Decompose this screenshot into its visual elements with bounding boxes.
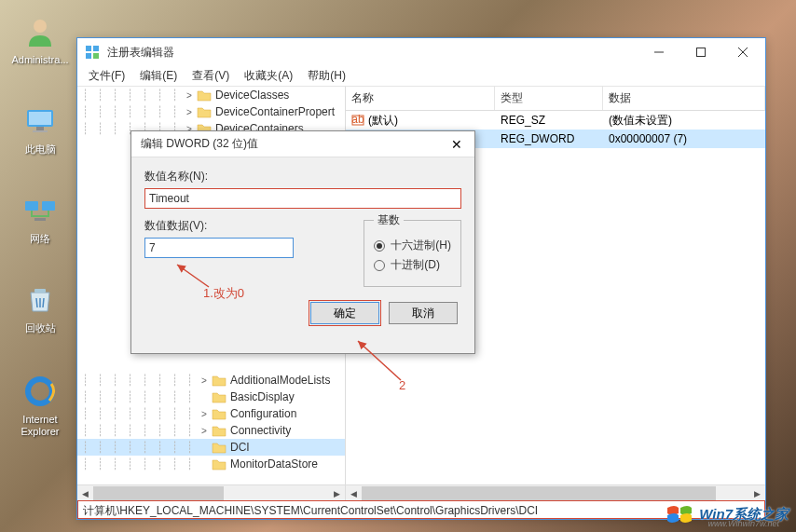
tree-node[interactable]: ┊┊┊┊┊┊┊┊ MonitorDataStore [77, 456, 345, 472]
tree-node[interactable]: ┊┊┊┊┊┊┊>DeviceClasses [77, 87, 345, 103]
desktop-icon-recycle[interactable]: 回收站 [7, 281, 73, 334]
svg-rect-11 [93, 46, 99, 51]
svg-rect-15 [696, 48, 705, 57]
tree-label: DeviceClasses [215, 89, 289, 102]
value-name-input[interactable] [144, 188, 461, 209]
svg-rect-8 [34, 289, 46, 293]
tree-node[interactable]: ┊┊┊┊┊┊┊>DeviceContainerPropert [77, 103, 345, 120]
tree-label: BasicDisplay [230, 390, 295, 403]
network-icon [21, 192, 59, 229]
svg-rect-3 [36, 127, 44, 130]
close-button[interactable] [721, 39, 763, 65]
window-title: 注册表编辑器 [107, 45, 638, 61]
desktop-icon-network[interactable]: 网络 [7, 192, 73, 245]
svg-rect-4 [33, 130, 48, 132]
tree-node[interactable]: ┊┊┊┊┊┊┊┊>Connectivity [77, 422, 345, 439]
list-row[interactable]: ab(默认)REG_SZ(数值未设置) [346, 111, 765, 130]
tree-node[interactable]: ┊┊┊┊┊┊┊┊ BasicDisplay [77, 389, 345, 405]
value-data-label: 数值数据(V): [144, 218, 345, 234]
value-data: 0x00000007 (7) [603, 130, 765, 147]
value-data: (数值未设置) [603, 111, 765, 130]
svg-rect-5 [25, 201, 38, 211]
watermark-url: www.Winwin7w.net [708, 519, 779, 528]
minimize-button[interactable] [638, 39, 679, 65]
col-data[interactable]: 数据 [603, 87, 765, 110]
radix-label: 基数 [374, 212, 404, 228]
list-header: 名称 类型 数据 [346, 87, 765, 111]
window-controls [638, 39, 763, 65]
tree-node[interactable]: ┊┊┊┊┊┊┊┊>AdditionalModeLists [77, 372, 345, 389]
expand-icon[interactable]: > [197, 375, 212, 386]
value-icon: ab [351, 114, 364, 127]
tree-scrollbar-h[interactable]: ◀ ▶ [77, 484, 345, 500]
scroll-right-icon[interactable]: ▶ [749, 486, 765, 500]
user-icon [21, 13, 59, 50]
tree-node[interactable]: ┊┊┊┊┊┊┊┊>Configuration [77, 405, 345, 422]
menu-help[interactable]: 帮助(H) [300, 66, 353, 86]
dialog-titlebar[interactable]: 编辑 DWORD (32 位)值 ✕ [131, 131, 474, 157]
tree-label: Configuration [230, 407, 296, 420]
menu-file[interactable]: 文件(F) [81, 66, 132, 86]
ie-icon [21, 373, 59, 410]
radio-on-icon [374, 240, 385, 252]
cancel-button[interactable]: 取消 [389, 302, 458, 324]
expand-icon[interactable]: > [182, 107, 197, 117]
tree-label: MonitorDataStore [230, 457, 318, 471]
tree-label: DeviceContainerPropert [215, 105, 335, 118]
svg-rect-12 [86, 53, 91, 59]
radix-group: 基数 十六进制(H) 十进制(D) [364, 212, 461, 287]
tree-node[interactable]: ┊┊┊┊┊┊┊┊ DCI [77, 439, 345, 456]
radix-hex[interactable]: 十六进制(H) [374, 238, 451, 253]
expand-icon[interactable]: > [182, 90, 197, 101]
tree-scroll-thumb[interactable] [93, 486, 224, 500]
expand-icon[interactable] [197, 392, 212, 402]
value-type: REG_DWORD [495, 130, 603, 147]
desktop-icon-computer[interactable]: 此电脑 [7, 102, 73, 156]
titlebar[interactable]: 注册表编辑器 [77, 38, 765, 66]
svg-rect-2 [29, 112, 51, 125]
col-type[interactable]: 类型 [495, 87, 603, 110]
ok-button[interactable]: 确定 [310, 302, 379, 324]
edit-dword-dialog: 编辑 DWORD (32 位)值 ✕ 数值名称(N): 数值数据(V): 基数 … [130, 130, 475, 354]
svg-rect-6 [42, 201, 55, 211]
computer-icon [21, 102, 59, 140]
menu-edit[interactable]: 编辑(E) [132, 66, 185, 86]
watermark: Win7系统之家 www.Winwin7w.net [666, 502, 789, 526]
col-name[interactable]: 名称 [346, 87, 495, 110]
menu-favorites[interactable]: 收藏夹(A) [237, 66, 300, 86]
recycle-bin-icon [21, 281, 59, 319]
expand-icon[interactable] [197, 443, 212, 453]
tree-label: DCI [230, 441, 250, 454]
list-scroll-thumb[interactable] [362, 486, 716, 500]
radix-dec[interactable]: 十进制(D) [374, 257, 451, 273]
svg-point-0 [34, 20, 47, 33]
regedit-icon [85, 45, 100, 60]
desktop-icon-user[interactable]: Administra... [7, 13, 73, 66]
svg-text:ab: ab [351, 114, 364, 126]
dialog-title: 编辑 DWORD (32 位)值 [141, 136, 443, 152]
expand-icon[interactable]: > [197, 409, 212, 419]
statusbar-path: 计算机\HKEY_LOCAL_MACHINE\SYSTEM\CurrentCon… [77, 500, 765, 519]
value-data-input[interactable] [144, 238, 294, 258]
scroll-right-icon[interactable]: ▶ [329, 486, 345, 500]
value-name: (默认) [368, 113, 398, 129]
expand-icon[interactable]: > [197, 426, 212, 436]
expand-icon[interactable] [197, 459, 212, 470]
tree-label: AdditionalModeLists [230, 374, 330, 387]
dialog-close-button[interactable]: ✕ [443, 137, 471, 152]
value-type: REG_SZ [495, 112, 603, 129]
svg-rect-13 [93, 53, 99, 59]
list-scrollbar-h[interactable]: ◀ ▶ [346, 484, 765, 500]
desktop-icon-ie[interactable]: Internet Explorer [7, 373, 73, 438]
svg-rect-7 [34, 218, 46, 221]
svg-rect-10 [86, 46, 91, 51]
scroll-left-icon[interactable]: ◀ [346, 486, 362, 500]
windows-logo-icon [666, 502, 693, 526]
radio-off-icon [374, 260, 385, 271]
value-name-label: 数值名称(N): [144, 169, 461, 184]
tree-label: Connectivity [230, 424, 291, 437]
scroll-left-icon[interactable]: ◀ [77, 486, 93, 500]
menu-view[interactable]: 查看(V) [185, 66, 237, 86]
maximize-button[interactable] [679, 39, 721, 65]
menubar: 文件(F) 编辑(E) 查看(V) 收藏夹(A) 帮助(H) [77, 66, 765, 87]
